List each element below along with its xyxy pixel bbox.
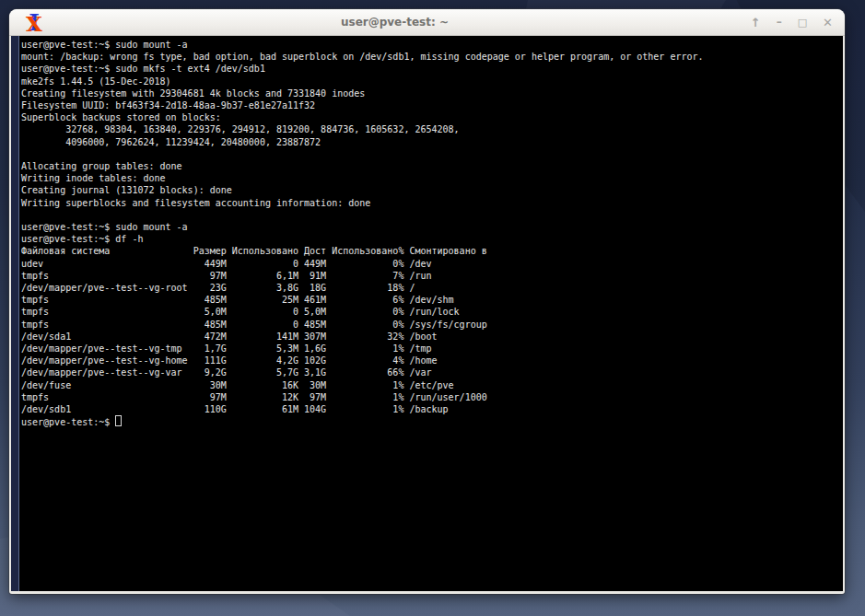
terminal-line: Superblock backups stored on blocks: [21,111,841,123]
window-controls: ↑ – □ ✕ [751,9,833,35]
window-title: user@pve-test: ~ [64,9,725,35]
terminal-line: user@pve-test:~$ sudo mkfs -t ext4 /dev/… [21,63,841,75]
minimize-button[interactable]: – [777,17,782,28]
terminal-line: tmpfs 97M 6,1M 91M 7% /run [21,270,841,282]
desktop: I X user@pve-test: ~ ↑ – □ ✕ user@pve-te… [0,0,865,616]
terminal-line: udev 449M 0 449M 0% /dev [21,258,841,270]
terminal-line: mke2fs 1.44.5 (15-Dec-2018) [21,76,841,87]
terminal-line: /dev/sda1 472M 141M 307M 32% /boot [21,331,841,343]
terminal-line: /dev/fuse 30M 16K 30M 1% /etc/pve [21,379,841,391]
terminal-line [21,148,841,160]
terminal-line: Writing inode tables: done [21,172,841,184]
terminal-scrollbar[interactable] [11,36,19,591]
shade-button[interactable]: ↑ [751,17,761,29]
terminal-line: user@pve-test:~$ [21,415,841,428]
terminal-line: Creating filesystem with 29304681 4k blo… [21,87,841,99]
terminal-line: Creating journal (131072 blocks): done [21,184,841,196]
terminal-line: /dev/mapper/pve--test--vg-tmp 1,7G 5,3M … [21,343,841,354]
terminal-body: user@pve-test:~$ sudo mount -amount: /ba… [11,36,843,591]
terminal-line: tmpfs 485M 0 485M 0% /sys/fs/cgroup [21,319,841,331]
terminal-line: /dev/mapper/pve--test--vg-root 23G 3,8G … [21,282,841,294]
terminal-line: mount: /backup: wrong fs type, bad optio… [21,51,841,63]
terminal-line: Allocating group tables: done [21,160,841,172]
terminal-window: I X user@pve-test: ~ ↑ – □ ✕ user@pve-te… [9,9,845,594]
terminal-cursor [115,415,122,426]
window-titlebar[interactable]: I X user@pve-test: ~ ↑ – □ ✕ [9,9,845,36]
terminal-line: 4096000, 7962624, 11239424, 20480000, 23… [21,136,841,148]
xterm-logo-icon[interactable]: I X [23,11,45,35]
terminal-screen[interactable]: user@pve-test:~$ sudo mount -amount: /ba… [19,36,843,591]
terminal-line: tmpfs 485M 25M 461M 6% /dev/shm [21,294,841,306]
terminal-line: tmpfs 5,0M 0 5,0M 0% /run/lock [21,306,841,318]
terminal-line: tmpfs 97M 12K 97M 1% /run/user/1000 [21,391,841,403]
terminal-line: /dev/mapper/pve--test--vg-home 111G 4,2G… [21,354,841,366]
terminal-line: user@pve-test:~$ sudo mount -a [21,39,841,51]
terminal-line: user@pve-test:~$ sudo mount -a [21,221,841,233]
xterm-icon-orange-x: X [23,12,45,36]
terminal-line: Файловая система Размер Использовано Дос… [21,245,841,257]
terminal-line: 32768, 98304, 163840, 229376, 294912, 81… [21,123,841,135]
terminal-line: /dev/sdb1 110G 61M 104G 1% /backup [21,403,841,415]
terminal-line: /dev/mapper/pve--test--vg-var 9,2G 5,7G … [21,366,841,378]
terminal-line: Writing superblocks and filesystem accou… [21,197,841,209]
close-button[interactable]: ✕ [823,17,833,29]
terminal-line: Filesystem UUID: bf463f34-2d18-48aa-9b37… [21,99,841,111]
terminal-line [21,209,841,221]
maximize-button[interactable]: □ [798,17,807,28]
terminal-line: user@pve-test:~$ df -h [21,233,841,245]
